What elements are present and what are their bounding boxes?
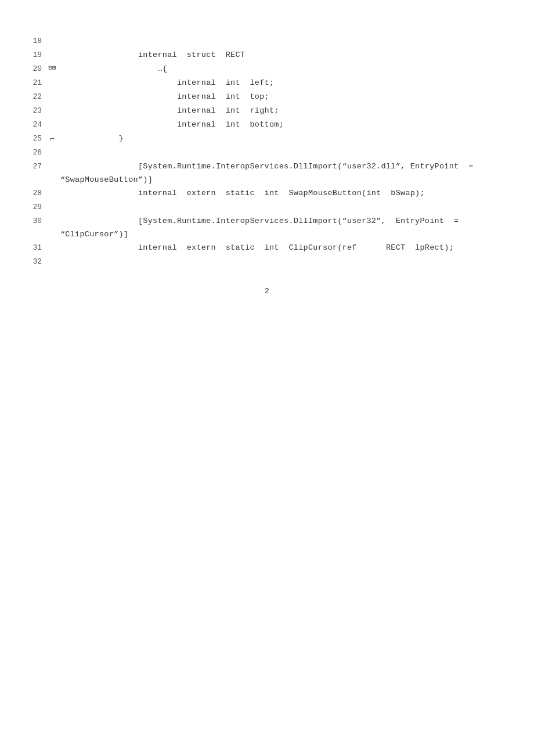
line-number-32: 32 xyxy=(23,255,46,268)
gutter-25: ⌐ xyxy=(46,132,58,146)
line-number-19: 19 xyxy=(23,49,46,62)
line-content-22: internal int top; xyxy=(58,91,511,104)
code-container: 18 19 internal struct RECT 20 ⊟⊞ …{ 21 xyxy=(0,0,534,319)
line-content-31: internal extern static int ClipCursor(re… xyxy=(58,242,511,255)
line-number-21: 21 xyxy=(23,77,46,89)
code-line: 20 ⊟⊞ …{ xyxy=(23,63,511,77)
line-number-28: 28 xyxy=(23,187,46,200)
line-content-28: internal extern static int SwapMouseButt… xyxy=(58,187,511,200)
code-line: 32 xyxy=(23,255,511,269)
line-number-29: 29 xyxy=(23,201,46,214)
line-number-27: 27 xyxy=(23,160,46,173)
code-line: 22 internal int top; xyxy=(23,91,511,105)
code-line: 29 xyxy=(23,201,511,215)
code-block: 18 19 internal struct RECT 20 ⊟⊞ …{ 21 xyxy=(23,35,511,269)
line-content-20: …{ xyxy=(58,63,511,76)
line-number-31: 31 xyxy=(23,242,46,254)
code-line: 28 internal extern static int SwapMouseB… xyxy=(23,187,511,201)
code-line: 25 ⌐ } xyxy=(23,132,511,146)
code-line: 21 internal int left; xyxy=(23,77,511,91)
line-number-25: 25 xyxy=(23,132,46,145)
line-content-27: [System.Runtime.InteropServices.DllImpor… xyxy=(58,160,511,187)
line-number-30: 30 xyxy=(23,215,46,228)
page-number: 2 xyxy=(23,287,511,296)
code-line: 27 [System.Runtime.InteropServices.DllIm… xyxy=(23,160,511,187)
code-line: 24 internal int bottom; xyxy=(23,118,511,132)
line-number-20: 20 xyxy=(23,63,46,75)
line-content-30: [System.Runtime.InteropServices.DllImpor… xyxy=(58,215,511,242)
line-content-19: internal struct RECT xyxy=(58,49,511,62)
code-line: 23 internal int right; xyxy=(23,105,511,118)
code-line: 31 internal extern static int ClipCursor… xyxy=(23,242,511,255)
line-content-25: } xyxy=(58,132,511,146)
line-content-24: internal int bottom; xyxy=(58,118,511,132)
line-number-24: 24 xyxy=(23,118,46,131)
line-number-23: 23 xyxy=(23,105,46,117)
code-line: 30 [System.Runtime.InteropServices.DllIm… xyxy=(23,215,511,242)
line-number-22: 22 xyxy=(23,91,46,103)
line-content-23: internal int right; xyxy=(58,105,511,118)
line-number-26: 26 xyxy=(23,146,46,159)
code-line: 18 xyxy=(23,35,511,49)
line-content-21: internal int left; xyxy=(58,77,511,90)
code-line: 26 xyxy=(23,146,511,160)
code-line: 19 internal struct RECT xyxy=(23,49,511,63)
line-number-18: 18 xyxy=(23,35,46,48)
gutter-20[interactable]: ⊟⊞ xyxy=(46,63,58,74)
